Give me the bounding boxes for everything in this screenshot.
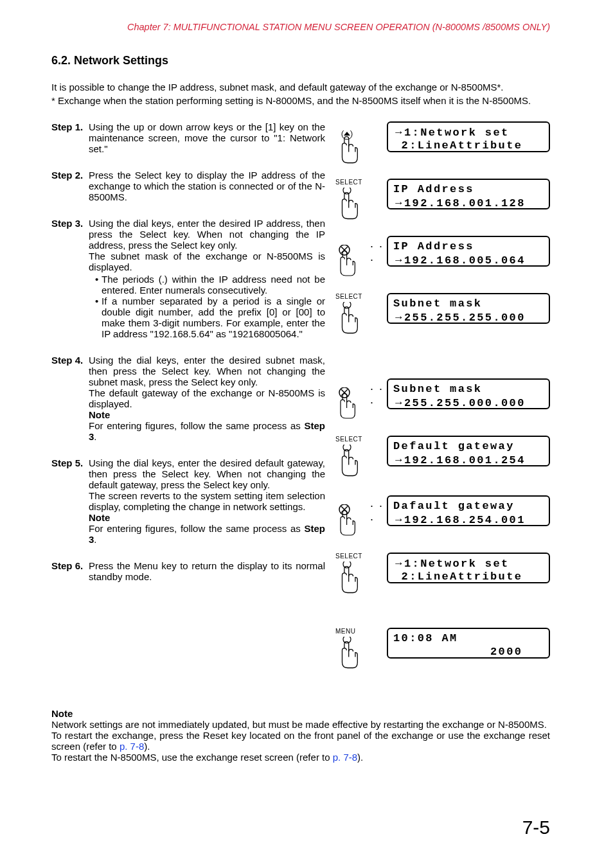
diagram-8-label: SELECT [335, 553, 387, 560]
step-1-text: Using the up or down arrow keys or the [… [89, 121, 325, 154]
diagram-3: · · · IP Address→192.168.005.064 [335, 236, 550, 280]
step-3-bullet1: The periods (.) within the IP address ne… [95, 274, 325, 296]
step-3-bullet2: If a number separated by a period is a s… [95, 296, 325, 339]
step-1: Step 1. Using the up or down arrow keys … [51, 121, 325, 154]
intro-block: It is possible to change the IP address,… [51, 82, 550, 106]
lcd-8: →1:Network set 2:LineAttribute [387, 553, 550, 583]
chapter-header: Chapter 7: MULTIFUNCTIONAL STATION MENU … [51, 22, 550, 32]
select-hand-icon [335, 188, 364, 221]
updown-hand-icon [335, 130, 364, 164]
dial-hand-icon [335, 504, 364, 538]
intro-p2: * Exchange when the station performing s… [51, 95, 550, 106]
diagram-1-label [335, 121, 387, 129]
bottom-note-label: Note [51, 708, 550, 719]
intro-p1: It is possible to change the IP address,… [51, 82, 550, 93]
select-hand-icon [335, 562, 364, 595]
diagram-1: →1:Network set 2:LineAttribute [335, 121, 550, 166]
lcd-5: Subnet mask→255.255.000.000 [387, 378, 550, 409]
diagram-2: SELECT IP Address→192.168.001.128 [335, 179, 550, 223]
page-number: 7-5 [522, 817, 550, 838]
step-5-label: Step 5. [51, 457, 89, 545]
step-4-p2: The default gateway of the exchange or N… [89, 387, 325, 409]
ellipsis-icon: · · · [370, 499, 387, 526]
step-6-text: Press the Menu key to return the display… [89, 560, 325, 582]
step-1-label: Step 1. [51, 121, 89, 154]
diagram-8: SELECT →1:Network set 2:LineAttribute [335, 553, 550, 597]
lcd-3: IP Address→192.168.005.064 [387, 236, 550, 267]
lcd-1: →1:Network set 2:LineAttribute [387, 121, 550, 152]
bottom-note: Note Network settings are not immediatel… [51, 708, 550, 763]
bottom-note-p1: Network settings are not immediately upd… [51, 719, 550, 730]
dial-hand-icon [335, 387, 364, 421]
lcd-6: Default gateway→192.168.001.254 [387, 436, 550, 466]
menu-hand-icon [335, 637, 364, 670]
step-2: Step 2. Press the Select key to display … [51, 170, 325, 202]
link-p7-8-a[interactable]: p. 7-8 [120, 741, 144, 752]
bottom-note-p2: To restart the exchange, press the Reset… [51, 730, 550, 752]
section-title: 6.2. Network Settings [51, 54, 550, 67]
step-6-label: Step 6. [51, 560, 89, 582]
diagram-6-label: SELECT [335, 436, 387, 443]
step-4-p1: Using the dial keys, enter the desired s… [89, 355, 325, 387]
step-5: Step 5. Using the dial keys, enter the d… [51, 457, 325, 545]
diagram-5: · · · Subnet mask→255.255.000.000 [335, 378, 550, 423]
step-4-label: Step 4. [51, 355, 89, 442]
step-5-p2: The screen reverts to the system setting… [89, 490, 325, 512]
lcd-4: Subnet mask→255.255.255.000 [387, 293, 550, 324]
step-3-p1: Using the dial keys, enter the desired I… [89, 218, 325, 251]
step-3: Step 3. Using the dial keys, enter the d… [51, 218, 325, 339]
step-2-text: Press the Select key to display the IP a… [89, 170, 325, 202]
step-4: Step 4. Using the dial keys, enter the d… [51, 355, 325, 442]
diagram-4-label: SELECT [335, 293, 387, 301]
ellipsis-icon: · · · [370, 382, 387, 409]
ellipsis-icon: · · · [370, 240, 387, 267]
dial-hand-icon [335, 245, 364, 278]
step-3-label: Step 3. [51, 218, 89, 339]
step-3-p2: The subnet mask of the exchange or N-850… [89, 251, 325, 272]
diagram-9-label: MENU [335, 628, 387, 635]
step-5-p1: Using the dial keys, enter the desired d… [89, 457, 325, 490]
diagram-7: · · · Dafault gateway→192.168.254.001 [335, 495, 550, 540]
link-p7-8-b[interactable]: p. 7-8 [333, 752, 357, 763]
steps-column: Step 1. Using the up or down arrow keys … [51, 121, 325, 685]
step-4-note-label: Note [89, 409, 325, 420]
lcd-9: 10:08 AM 2000 [387, 628, 550, 659]
step-4-note-text: For entering figures, follow the same pr… [89, 420, 325, 442]
step-2-label: Step 2. [51, 170, 89, 202]
select-hand-icon [335, 445, 364, 478]
diagram-6: SELECT Default gateway→192.168.001.254 [335, 436, 550, 480]
step-6: Step 6. Press the Menu key to return the… [51, 560, 325, 582]
diagram-9: MENU 10:08 AM 2000 [335, 628, 550, 672]
bottom-note-p3: To restart the N-8500MS, use the exchang… [51, 752, 550, 763]
select-hand-icon [335, 302, 364, 335]
lcd-2: IP Address→192.168.001.128 [387, 179, 550, 209]
step-5-note-label: Note [89, 512, 325, 523]
diagram-column: →1:Network set 2:LineAttribute SELECT IP… [335, 121, 550, 685]
step-5-note-text: For entering figures, follow the same pr… [89, 523, 325, 545]
lcd-7: Dafault gateway→192.168.254.001 [387, 495, 550, 526]
diagram-4: SELECT Subnet mask→255.255.255.000 [335, 293, 550, 337]
diagram-2-label: SELECT [335, 179, 387, 186]
